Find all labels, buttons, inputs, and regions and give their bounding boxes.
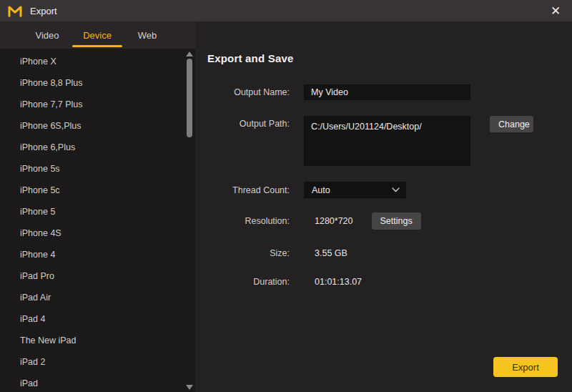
tab-bar: VideoDeviceWeb xyxy=(0,21,195,49)
export-dialog: Export ✕ VideoDeviceWeb iPhone XiPhone 8… xyxy=(0,0,572,392)
device-list-container: iPhone XiPhone 8,8 PlusiPhone 7,7 PlusiP… xyxy=(0,49,195,392)
scrollbar-thumb[interactable] xyxy=(187,59,192,137)
arrow-up-icon[interactable] xyxy=(185,50,194,57)
thread-count-select[interactable]: Auto xyxy=(304,182,406,198)
duration-label: Duration: xyxy=(207,277,290,287)
thread-count-value: Auto xyxy=(312,185,330,195)
size-row: Size: 3.55 GB xyxy=(207,248,558,258)
device-item-ipad-air[interactable]: iPad Air xyxy=(0,287,195,308)
close-icon[interactable]: ✕ xyxy=(546,1,565,20)
change-button[interactable]: Change xyxy=(490,116,533,132)
device-item-the-new-ipad[interactable]: The New iPad xyxy=(0,330,195,351)
device-item-ipad[interactable]: iPad xyxy=(0,373,195,392)
device-list: iPhone XiPhone 8,8 PlusiPhone 7,7 PlusiP… xyxy=(0,49,195,392)
device-item-iphone-5c[interactable]: iPhone 5c xyxy=(0,180,195,201)
window-title: Export xyxy=(30,6,57,16)
panel-heading: Export and Save xyxy=(207,52,558,64)
device-item-iphone-6-plus[interactable]: iPhone 6,Plus xyxy=(0,137,195,158)
tab-web[interactable]: Web xyxy=(122,21,172,49)
duration-value: 01:01:13.07 xyxy=(315,277,362,287)
app-logo-icon xyxy=(7,4,24,18)
resolution-row: Resolution: 1280*720 Settings xyxy=(207,212,558,230)
size-label: Size: xyxy=(207,248,290,258)
device-item-iphone-8-8-plus[interactable]: iPhone 8,8 Plus xyxy=(0,72,195,94)
export-form: Output Name: Output Path: C:/Users/U2011… xyxy=(207,84,558,287)
tab-video[interactable]: Video xyxy=(22,21,72,49)
device-item-ipad-pro[interactable]: iPad Pro xyxy=(0,265,195,287)
thread-count-row: Thread Count: Auto xyxy=(207,182,558,198)
output-path-row: Output Path: C:/Users/U201124/Desktop/ C… xyxy=(207,116,558,166)
settings-button[interactable]: Settings xyxy=(372,212,421,230)
device-item-iphone-x[interactable]: iPhone X xyxy=(0,51,195,72)
thread-count-label: Thread Count: xyxy=(207,185,290,195)
titlebar: Export ✕ xyxy=(0,0,572,21)
resolution-value: 1280*720 xyxy=(315,216,353,226)
device-item-ipad-2[interactable]: iPad 2 xyxy=(0,351,195,373)
device-item-iphone-6s-plus[interactable]: iPhone 6S,Plus xyxy=(0,115,195,137)
device-item-iphone-5s[interactable]: iPhone 5s xyxy=(0,158,195,180)
size-value: 3.55 GB xyxy=(315,248,347,258)
device-item-iphone-4s[interactable]: iPhone 4S xyxy=(0,222,195,244)
output-name-row: Output Name: xyxy=(207,84,558,100)
export-button[interactable]: Export xyxy=(493,357,558,377)
output-name-label: Output Name: xyxy=(207,87,290,97)
chevron-down-icon xyxy=(392,187,400,192)
output-path-label: Output Path: xyxy=(207,119,290,129)
device-item-iphone-5[interactable]: iPhone 5 xyxy=(0,201,195,222)
resolution-label: Resolution: xyxy=(207,216,290,226)
device-item-ipad-4[interactable]: iPad 4 xyxy=(0,308,195,330)
device-item-iphone-7-7-plus[interactable]: iPhone 7,7 Plus xyxy=(0,94,195,115)
left-column: VideoDeviceWeb iPhone XiPhone 8,8 PlusiP… xyxy=(0,21,195,392)
arrow-down-icon[interactable] xyxy=(185,383,194,391)
output-name-input[interactable] xyxy=(304,84,470,100)
device-list-scrollbar[interactable] xyxy=(185,49,194,392)
tab-device[interactable]: Device xyxy=(72,21,122,49)
output-path-field[interactable]: C:/Users/U201124/Desktop/ xyxy=(304,116,470,166)
export-panel: Export and Save Output Name: Output Path… xyxy=(195,21,572,392)
duration-row: Duration: 01:01:13.07 xyxy=(207,277,558,287)
device-item-iphone-4[interactable]: iPhone 4 xyxy=(0,244,195,265)
